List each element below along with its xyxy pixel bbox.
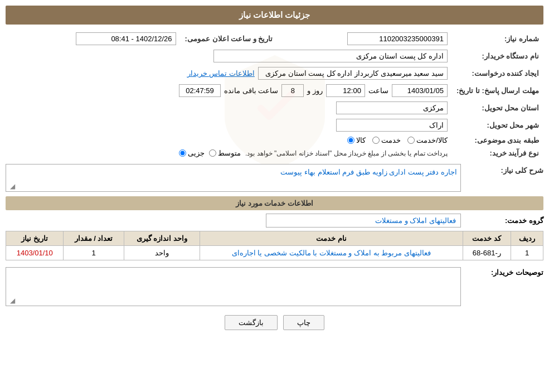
sharh-label: شرح کلی نیاز:: [465, 163, 543, 175]
resize-handle-icon: ◢: [7, 182, 15, 190]
col-quantity: تعداد / مقدار: [64, 231, 124, 246]
sharh-value: اجاره دفتر پست اداری زاویه طبق فرم استعل…: [6, 164, 460, 180]
buyer-org-label: نام دستگاه خریدار:: [452, 47, 543, 65]
process-motevaset-radio[interactable]: [209, 149, 216, 157]
back-button[interactable]: بازگشت: [225, 315, 278, 330]
main-title: جزئیات اطلاعات نیاز: [6, 6, 543, 25]
info-table: شماره نیاز: 1102003235000391 تاریخ و ساع…: [6, 30, 543, 159]
response-time-label: ساعت: [368, 86, 388, 95]
col-unit: واحد اندازه گیری: [124, 231, 200, 246]
cell-quantity: 1: [64, 246, 124, 260]
button-row: چاپ بازگشت: [6, 315, 543, 337]
group-service-row: گروه خدمت: فعالیتهای املاک و مستغلات: [6, 214, 543, 228]
process-jazzi-item: جزیی: [179, 149, 205, 157]
services-table: ردیف کد خدمت نام خدمت واحد اندازه گیری ت…: [6, 231, 543, 260]
response-days-value: 8: [281, 84, 304, 97]
sharh-row: شرح کلی نیاز: اجاره دفتر پست اداری زاویه…: [6, 163, 543, 192]
sharh-box: اجاره دفتر پست اداری زاویه طبق فرم استعل…: [6, 164, 461, 192]
services-section-title: اطلاعات خدمات مورد نیاز: [6, 196, 543, 210]
remaining-label: ساعت باقی مانده: [224, 86, 278, 95]
cell-code: ر-681-68: [463, 246, 511, 260]
response-date-value: 1403/01/05: [392, 84, 448, 97]
category-kala-khadamat-label: کالا/خدمت: [416, 136, 448, 144]
announcement-date-value: 1402/12/26 - 08:41: [76, 32, 176, 45]
creator-value: سید سعید میرسعیدی کاربرداز اداره کل پست …: [258, 67, 448, 80]
buyer-description-row: توصیحات خریدار: ◢: [6, 265, 543, 306]
category-khadamat-radio[interactable]: [372, 137, 380, 144]
category-kala-khadamat-radio[interactable]: [407, 137, 415, 144]
category-kala-item: کالا: [347, 136, 366, 144]
buyer-description-content: [6, 268, 460, 274]
table-row: 1 ر-681-68 فعالیتهای مربوط به املاک و مس…: [6, 246, 543, 260]
response-deadline-label: مهلت ارسال پاسخ: تا تاریخ:: [452, 82, 543, 99]
col-row: ردیف: [511, 231, 543, 246]
city-value: اراک: [336, 119, 448, 132]
group-service-link[interactable]: فعالیتهای املاک و مستغلات: [375, 216, 456, 225]
category-kala-radio[interactable]: [347, 137, 354, 144]
need-number-label: شماره نیاز:: [452, 30, 543, 47]
category-label: طبقه بندی موضوعی:: [452, 134, 543, 147]
category-kala-label: کالا: [356, 136, 366, 144]
process-motevaset-label: متوسط: [218, 149, 241, 157]
buyer-org-value: اداره کل پست استان مرکزی: [213, 50, 448, 62]
cell-row: 1: [511, 246, 543, 260]
page-wrapper: جزئیات اطلاعات نیاز ANA TENDER .NET شمار…: [0, 0, 549, 392]
process-note: پرداخت تمام یا بخشی از مبلغ خریداز محل "…: [245, 149, 448, 157]
contact-link[interactable]: اطلاعات تماس خریدار: [187, 69, 255, 78]
category-khadamat-item: خدمت: [372, 136, 401, 144]
process-jazzi-radio[interactable]: [179, 149, 186, 157]
need-number-value: 1102003235000391: [347, 32, 448, 45]
col-name: نام خدمت: [200, 231, 463, 246]
cell-name: فعالیتهای مربوط به املاک و مستغلات با ما…: [200, 246, 463, 260]
group-service-value: فعالیتهای املاک و مستغلات: [266, 214, 461, 228]
city-label: شهر محل تحویل:: [452, 117, 543, 134]
resize-handle-2-icon: ◢: [7, 297, 15, 304]
cell-unit: واحد: [124, 246, 200, 260]
province-label: استان محل تحویل:: [452, 99, 543, 117]
col-code: کد خدمت: [463, 231, 511, 246]
buyer-description-label: توصیحات خریدار:: [465, 265, 543, 277]
process-label: نوع فرآیند خرید:: [452, 147, 543, 159]
group-service-label: گروه خدمت:: [465, 216, 543, 225]
buyer-description-box[interactable]: ◢: [6, 267, 461, 306]
response-days-label: روز و: [307, 86, 323, 95]
process-motevaset-item: متوسط: [209, 149, 241, 157]
category-kala-khadamat-item: کالا/خدمت: [407, 136, 448, 144]
creator-label: ایجاد کننده درخواست:: [452, 65, 543, 82]
announcement-date-label: تاریخ و ساعت اعلان عمومی:: [181, 30, 278, 47]
category-khadamat-label: خدمت: [381, 136, 401, 144]
col-date: تاریخ نیاز: [6, 231, 64, 246]
process-jazzi-label: جزیی: [188, 149, 205, 157]
province-value: مرکزی: [336, 101, 448, 114]
print-button[interactable]: چاپ: [283, 315, 324, 330]
response-time-value: 12:00: [326, 84, 365, 97]
remaining-value: 02:47:59: [179, 84, 221, 97]
cell-date: 1403/01/10: [6, 246, 64, 260]
